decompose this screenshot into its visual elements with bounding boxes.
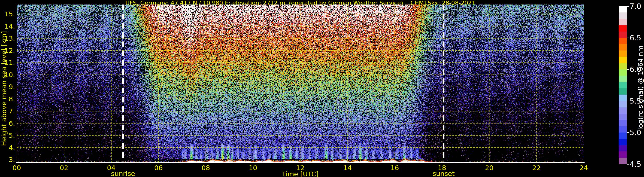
y-axis-title: Height above mean sea level [km]: [0, 31, 8, 146]
colorbar-segment: [619, 57, 627, 63]
backscatter-heatmap-canvas: [17, 5, 584, 163]
colorbar-tick: [627, 132, 629, 133]
colorbar-tick-label: 4.5: [630, 160, 641, 168]
colorbar-tick: [627, 164, 629, 164]
colorbar-segment: [619, 126, 627, 132]
x-tick-label: 08: [202, 164, 210, 172]
x-axis-spine: [16, 162, 584, 163]
colorbar-segment: [619, 107, 627, 114]
colorbar-tick-label: 6.5: [630, 34, 641, 42]
colorbar-segment: [619, 51, 627, 57]
colorbar-segment: [619, 6, 627, 13]
colorbar-segment: [619, 32, 627, 38]
colorbar-segment: [619, 25, 627, 31]
x-tick-label: 24: [580, 164, 588, 172]
colorbar-tick: [627, 6, 629, 7]
x-tick-label: 20: [485, 164, 493, 172]
x-tick-label: 10: [249, 164, 257, 172]
colorbar-tick-label: 7.0: [630, 2, 641, 11]
colorbar-segment: [619, 69, 627, 76]
ceilometer-quicklook-page: UFS, Germany; 47.417 N / 10.980 E; eleva…: [0, 0, 644, 177]
colorbar-segment: [619, 120, 627, 126]
colorbar-segment: [619, 95, 627, 101]
x-tick-label: 14: [343, 164, 352, 172]
colorbar-segment: [619, 44, 627, 50]
x-tick-label: 16: [390, 164, 399, 172]
x-tick-label: 02: [60, 164, 68, 172]
colorbar-segment: [619, 101, 627, 107]
colorbar-segment: [619, 82, 627, 88]
colorbar-tick: [627, 101, 629, 101]
colorbar-segment: [619, 145, 627, 151]
colorbar-segment: [619, 63, 627, 69]
colorbar-segment: [619, 139, 627, 145]
colorbar-segment: [619, 19, 627, 25]
y-tick-label: 3.: [1, 156, 15, 163]
x-axis-title: Time [UTC]: [282, 170, 318, 177]
sunset-label: sunset: [432, 170, 455, 177]
colorbar-title: log(rc-signal) @ 1064 nm: [636, 46, 644, 130]
colorbar-segment: [619, 38, 627, 44]
colorbar-tick: [627, 38, 629, 38]
colorbar-tick: [627, 69, 629, 70]
x-tick-label: 22: [532, 164, 540, 172]
colorbar-segment: [619, 76, 627, 82]
y-tick-label: 15.: [1, 10, 15, 18]
colorbar-segment: [619, 13, 627, 19]
colorbar-segment: [619, 88, 627, 95]
sunrise-label: sunrise: [111, 170, 135, 177]
x-tick-label: 06: [154, 164, 163, 172]
colorbar-segment: [619, 151, 627, 158]
x-tick-label: 00: [12, 164, 21, 172]
colorbar-segment: [619, 158, 627, 164]
y-tick-label: 14.: [1, 22, 15, 30]
colorbar-segment: [619, 114, 627, 120]
colorbar-segment: [619, 132, 627, 139]
colorbar: [619, 6, 627, 164]
